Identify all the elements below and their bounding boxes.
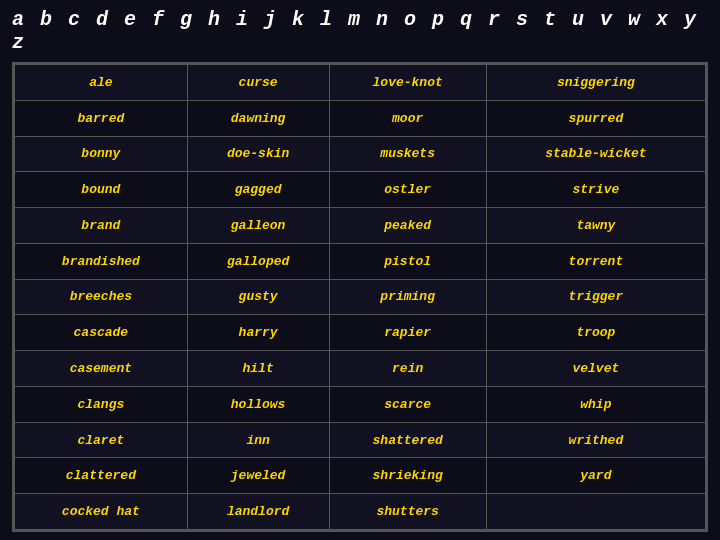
- table-row: bonnydoe-skinmusketsstable-wicket: [15, 136, 706, 172]
- word-cell[interactable]: rein: [329, 351, 486, 387]
- word-cell[interactable]: whip: [486, 386, 705, 422]
- table-row: clatteredjeweledshriekingyard: [15, 458, 706, 494]
- table-row: brandgalleonpeakedtawny: [15, 208, 706, 244]
- word-cell[interactable]: shrieking: [329, 458, 486, 494]
- word-cell[interactable]: [486, 494, 705, 530]
- table-row: boundgaggedostlerstrive: [15, 172, 706, 208]
- word-cell[interactable]: spurred: [486, 100, 705, 136]
- table-row: casementhiltreinvelvet: [15, 351, 706, 387]
- table-row: cascadeharryrapiertroop: [15, 315, 706, 351]
- word-cell[interactable]: curse: [187, 65, 329, 101]
- word-cell[interactable]: brandished: [15, 243, 188, 279]
- alphabet-text: a b c d e f g h i j k l m n o p q r s t …: [12, 8, 708, 54]
- word-cell[interactable]: hilt: [187, 351, 329, 387]
- word-cell[interactable]: cascade: [15, 315, 188, 351]
- word-cell[interactable]: shutters: [329, 494, 486, 530]
- word-cell[interactable]: strive: [486, 172, 705, 208]
- word-cell[interactable]: barred: [15, 100, 188, 136]
- word-cell[interactable]: clangs: [15, 386, 188, 422]
- word-cell[interactable]: peaked: [329, 208, 486, 244]
- table-row: barreddawningmoorspurred: [15, 100, 706, 136]
- word-cell[interactable]: pistol: [329, 243, 486, 279]
- word-cell[interactable]: landlord: [187, 494, 329, 530]
- word-cell[interactable]: velvet: [486, 351, 705, 387]
- table-row: brandishedgallopedpistoltorrent: [15, 243, 706, 279]
- word-cell[interactable]: ale: [15, 65, 188, 101]
- word-cell[interactable]: muskets: [329, 136, 486, 172]
- word-table: alecurselove-knotsniggeringbarreddawning…: [14, 64, 706, 530]
- word-cell[interactable]: ostler: [329, 172, 486, 208]
- word-cell[interactable]: jeweled: [187, 458, 329, 494]
- word-cell[interactable]: inn: [187, 422, 329, 458]
- word-grid-container: alecurselove-knotsniggeringbarreddawning…: [12, 62, 708, 532]
- table-row: breechesgustyprimingtrigger: [15, 279, 706, 315]
- word-cell[interactable]: troop: [486, 315, 705, 351]
- word-cell[interactable]: harry: [187, 315, 329, 351]
- word-cell[interactable]: hollows: [187, 386, 329, 422]
- word-cell[interactable]: stable-wicket: [486, 136, 705, 172]
- table-row: clangshollowsscarcewhip: [15, 386, 706, 422]
- word-cell[interactable]: clattered: [15, 458, 188, 494]
- word-cell[interactable]: cocked hat: [15, 494, 188, 530]
- word-cell[interactable]: rapier: [329, 315, 486, 351]
- word-cell[interactable]: bonny: [15, 136, 188, 172]
- alphabet-display: a b c d e f g h i j k l m n o p q r s t …: [12, 8, 708, 54]
- word-cell[interactable]: yard: [486, 458, 705, 494]
- word-cell[interactable]: dawning: [187, 100, 329, 136]
- table-row: alecurselove-knotsniggering: [15, 65, 706, 101]
- word-cell[interactable]: gusty: [187, 279, 329, 315]
- word-cell[interactable]: writhed: [486, 422, 705, 458]
- word-cell[interactable]: trigger: [486, 279, 705, 315]
- word-cell[interactable]: bound: [15, 172, 188, 208]
- word-cell[interactable]: brand: [15, 208, 188, 244]
- word-cell[interactable]: gagged: [187, 172, 329, 208]
- word-cell[interactable]: galloped: [187, 243, 329, 279]
- word-cell[interactable]: breeches: [15, 279, 188, 315]
- word-cell[interactable]: scarce: [329, 386, 486, 422]
- word-cell[interactable]: love-knot: [329, 65, 486, 101]
- word-cell[interactable]: doe-skin: [187, 136, 329, 172]
- word-cell[interactable]: shattered: [329, 422, 486, 458]
- word-cell[interactable]: casement: [15, 351, 188, 387]
- main-page: a b c d e f g h i j k l m n o p q r s t …: [0, 0, 720, 540]
- word-cell[interactable]: priming: [329, 279, 486, 315]
- word-cell[interactable]: tawny: [486, 208, 705, 244]
- table-row: cocked hatlandlordshutters: [15, 494, 706, 530]
- word-cell[interactable]: moor: [329, 100, 486, 136]
- word-cell[interactable]: galleon: [187, 208, 329, 244]
- word-cell[interactable]: claret: [15, 422, 188, 458]
- word-cell[interactable]: torrent: [486, 243, 705, 279]
- table-row: claretinnshatteredwrithed: [15, 422, 706, 458]
- word-cell[interactable]: sniggering: [486, 65, 705, 101]
